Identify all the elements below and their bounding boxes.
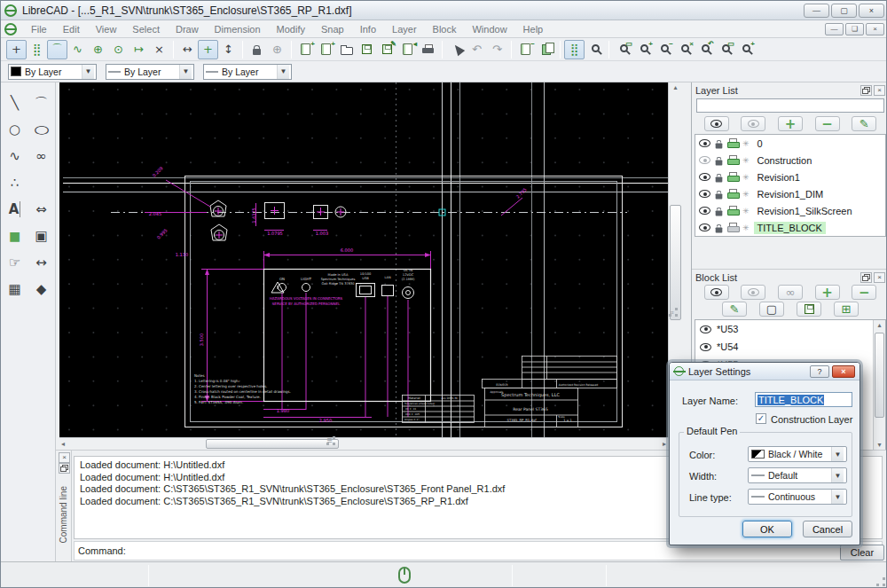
layer-filter-input[interactable] bbox=[696, 98, 884, 113]
block-scroll-thumb[interactable] bbox=[875, 333, 884, 418]
horizontal-scrollbar[interactable]: ◂ ☰ ▸ bbox=[59, 437, 668, 450]
construction-layer-checkbox[interactable]: ✓ bbox=[756, 413, 766, 424]
float-panel-icon[interactable] bbox=[59, 463, 70, 474]
undo[interactable]: ↶ bbox=[467, 40, 487, 59]
window-list[interactable] bbox=[536, 40, 556, 59]
eye-icon[interactable] bbox=[699, 173, 710, 181]
menu-draw[interactable]: Draw bbox=[169, 22, 206, 36]
scroll-up-icon[interactable]: ▴ bbox=[874, 321, 885, 329]
menu-block[interactable]: Block bbox=[426, 22, 464, 36]
tool-text[interactable]: A bbox=[4, 198, 27, 221]
layer-edit-button[interactable]: ✎ bbox=[852, 116, 876, 131]
menu-select[interactable]: Select bbox=[125, 22, 167, 36]
linetype-dropdown[interactable]: By Layer ▼ bbox=[203, 64, 292, 80]
zoom-in[interactable]: + bbox=[633, 40, 654, 59]
eye-icon[interactable] bbox=[699, 139, 710, 147]
print-document[interactable] bbox=[418, 40, 438, 59]
restrict-vertical[interactable]: ↕ bbox=[218, 40, 239, 59]
eye-icon[interactable] bbox=[699, 223, 710, 231]
snap-on-entity[interactable]: ∿ bbox=[67, 40, 88, 59]
new-from-template[interactable]: + bbox=[316, 40, 336, 59]
blocks-toggle-button[interactable]: ∞ bbox=[778, 285, 803, 300]
scroll-down-icon[interactable]: ▾ bbox=[874, 441, 885, 449]
tool-hatch[interactable]: ■ bbox=[4, 224, 27, 247]
layer-name-input[interactable]: TITLE_BLOCK bbox=[755, 392, 852, 407]
tool-measure[interactable]: ↔ bbox=[30, 251, 53, 274]
toggle-grid[interactable]: ⣿ bbox=[564, 40, 585, 59]
snap-center[interactable]: ⊕ bbox=[88, 40, 108, 59]
menu-edit[interactable]: Edit bbox=[56, 22, 87, 36]
drawing-canvas[interactable]: 0.2092.7952.0450.9951.1301.07951.0031.43… bbox=[59, 82, 668, 437]
snap-endpoints[interactable]: ⌒ bbox=[47, 40, 67, 59]
printer-icon[interactable] bbox=[727, 173, 738, 181]
snap-free[interactable]: + bbox=[6, 40, 27, 59]
tool-line[interactable]: ╲ bbox=[4, 91, 27, 114]
tool-spline[interactable]: ∞ bbox=[30, 145, 53, 168]
eye-icon[interactable] bbox=[699, 190, 710, 198]
layer-row-Revision1_SilkScreen[interactable]: ✳Revision1_SilkScreen bbox=[695, 202, 885, 219]
set-relative-zero[interactable]: ⊕ bbox=[267, 40, 287, 59]
printer-icon[interactable] bbox=[727, 139, 738, 147]
snap-distance[interactable]: ↦ bbox=[129, 40, 149, 59]
color-combobox[interactable]: Black / White ▼ bbox=[748, 446, 847, 462]
import-block[interactable]: ◂ bbox=[397, 40, 418, 59]
restrict-nothing[interactable]: + bbox=[198, 40, 218, 59]
color-dropdown[interactable]: By Layer ▼ bbox=[8, 64, 97, 80]
blocks-hide-all-button[interactable] bbox=[741, 285, 765, 300]
block-save-button[interactable] bbox=[797, 302, 821, 317]
command-input[interactable] bbox=[131, 544, 878, 558]
menu-help[interactable]: Help bbox=[516, 22, 551, 36]
layer-remove-button[interactable]: − bbox=[815, 116, 840, 131]
restrict-horizontal[interactable]: ↔ bbox=[177, 40, 198, 59]
linetype-combobox[interactable]: Continuous ▼ bbox=[748, 489, 847, 505]
tool-block[interactable]: ◆ bbox=[30, 278, 53, 301]
menu-info[interactable]: Info bbox=[353, 22, 383, 36]
close-panel-icon[interactable]: × bbox=[59, 452, 70, 463]
lock-icon[interactable] bbox=[716, 160, 723, 165]
horizontal-scroll-thumb[interactable]: ☰ bbox=[206, 439, 339, 449]
lock-icon[interactable] bbox=[716, 210, 723, 216]
open-document[interactable] bbox=[336, 40, 357, 59]
menu-layer[interactable]: Layer bbox=[385, 22, 424, 36]
block-attributes-button[interactable]: ✎ bbox=[722, 302, 747, 317]
mdi-restore-button[interactable]: ❏ bbox=[845, 23, 864, 35]
lock-icon[interactable] bbox=[716, 227, 723, 232]
eye-icon[interactable] bbox=[699, 156, 710, 164]
lock-icon[interactable] bbox=[716, 176, 723, 182]
layer-add-button[interactable]: + bbox=[778, 116, 803, 131]
mdi-close-button[interactable]: × bbox=[866, 23, 884, 35]
menu-modify[interactable]: Modify bbox=[270, 22, 312, 36]
construction-icon[interactable]: ✳ bbox=[742, 223, 750, 232]
save-document[interactable] bbox=[357, 40, 377, 59]
scroll-up-icon[interactable]: ▴ bbox=[669, 83, 682, 91]
vertical-scroll-thumb[interactable]: ≡ bbox=[670, 205, 681, 320]
menu-dimension[interactable]: Dimension bbox=[208, 22, 268, 36]
new-document[interactable]: + bbox=[295, 40, 316, 59]
printer-icon[interactable] bbox=[727, 223, 738, 231]
block-remove-button[interactable]: − bbox=[852, 285, 876, 300]
maximize-button[interactable]: ▢ bbox=[831, 4, 857, 18]
block-insert-button[interactable]: ⊞ bbox=[834, 302, 859, 317]
snap-middle[interactable]: ⊙ bbox=[108, 40, 129, 59]
zoom-auto[interactable]: × bbox=[674, 40, 695, 59]
menu-view[interactable]: View bbox=[89, 22, 124, 36]
construction-icon[interactable]: ✳ bbox=[742, 173, 750, 182]
eye-icon[interactable] bbox=[699, 207, 710, 215]
zoom-page[interactable]: ▭ bbox=[613, 40, 633, 59]
lock-relative-zero[interactable] bbox=[247, 40, 267, 59]
printer-icon[interactable] bbox=[727, 156, 738, 164]
tool-ellipse[interactable]: ○ bbox=[30, 118, 53, 141]
block-row-U54[interactable]: *U54 bbox=[695, 338, 885, 356]
tool-modify[interactable]: ☞ bbox=[4, 251, 27, 274]
tool-image[interactable]: ▣ bbox=[30, 224, 53, 247]
redo[interactable]: ↷ bbox=[487, 40, 507, 59]
clear-button[interactable]: Clear bbox=[840, 545, 884, 561]
construction-icon[interactable]: ✳ bbox=[742, 190, 750, 199]
tool-polyline[interactable]: ∿ bbox=[4, 145, 27, 168]
width-dropdown[interactable]: By Layer ▼ bbox=[106, 64, 194, 80]
width-combobox[interactable]: Default ▼ bbox=[748, 467, 847, 483]
scroll-left-icon[interactable]: ◂ bbox=[61, 440, 65, 448]
menu-snap[interactable]: Snap bbox=[314, 22, 351, 36]
cancel-button[interactable]: Cancel bbox=[803, 521, 852, 537]
close-document[interactable]: − bbox=[515, 40, 536, 59]
